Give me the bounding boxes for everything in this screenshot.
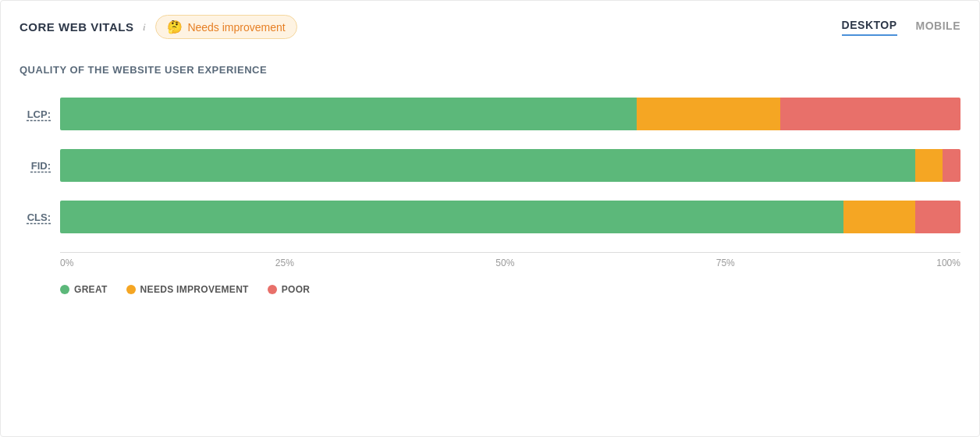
info-icon[interactable]: 𝑖 xyxy=(143,21,146,34)
lcp-poor-segment xyxy=(780,98,960,130)
poor-dot xyxy=(268,285,277,294)
tab-group: DESKTOP MOBILE xyxy=(842,19,960,36)
legend-poor: POOR xyxy=(268,284,311,295)
axis-line xyxy=(60,252,960,253)
chart-area: QUALITY OF THE WEBSITE USER EXPERIENCE L… xyxy=(20,64,960,295)
fid-bar xyxy=(60,149,960,182)
axis-labels: 0% 25% 50% 75% 100% xyxy=(20,258,960,268)
axis-75: 75% xyxy=(716,258,735,268)
bar-row-cls: CLS: xyxy=(20,201,960,233)
badge-label: Needs improvement xyxy=(187,21,285,34)
section-title: QUALITY OF THE WEBSITE USER EXPERIENCE xyxy=(20,64,960,76)
widget-title: CORE WEB VITALS xyxy=(20,20,133,34)
fid-great-segment xyxy=(60,149,915,182)
tab-mobile[interactable]: MOBILE xyxy=(916,20,960,35)
great-dot xyxy=(60,285,69,294)
legend-great: GREAT xyxy=(60,284,108,295)
tab-desktop[interactable]: DESKTOP xyxy=(842,19,897,36)
status-badge: 🤔 Needs improvement xyxy=(155,15,296,39)
axis-50: 50% xyxy=(495,258,514,268)
lcp-bar xyxy=(60,98,960,130)
great-label: GREAT xyxy=(74,284,108,295)
widget-header: CORE WEB VITALS 𝑖 🤔 Needs improvement DE… xyxy=(20,15,960,39)
needs-dot xyxy=(126,285,136,294)
legend-needs: NEEDS IMPROVEMENT xyxy=(126,284,249,295)
core-web-vitals-widget: CORE WEB VITALS 𝑖 🤔 Needs improvement DE… xyxy=(0,0,980,437)
cls-poor-segment xyxy=(915,201,960,233)
fid-needs-segment xyxy=(915,149,943,182)
cls-bar xyxy=(60,201,960,233)
badge-emoji: 🤔 xyxy=(167,20,183,34)
cls-label: CLS: xyxy=(20,211,60,223)
needs-label: NEEDS IMPROVEMENT xyxy=(140,284,249,295)
cls-great-segment xyxy=(60,201,843,233)
bar-row-lcp: LCP: xyxy=(20,98,960,130)
bar-row-fid: FID: xyxy=(20,149,960,182)
legend: GREAT NEEDS IMPROVEMENT POOR xyxy=(20,284,960,295)
axis-25: 25% xyxy=(275,258,294,268)
axis-0: 0% xyxy=(60,258,73,268)
fid-label: FID: xyxy=(20,160,60,172)
axis-100: 100% xyxy=(936,258,960,268)
lcp-label: LCP: xyxy=(20,108,60,120)
header-left: CORE WEB VITALS 𝑖 🤔 Needs improvement xyxy=(20,15,297,39)
fid-poor-segment xyxy=(943,149,960,182)
cls-needs-segment xyxy=(843,201,915,233)
lcp-needs-segment xyxy=(637,98,781,130)
poor-label: POOR xyxy=(282,284,311,295)
lcp-great-segment xyxy=(60,98,637,130)
